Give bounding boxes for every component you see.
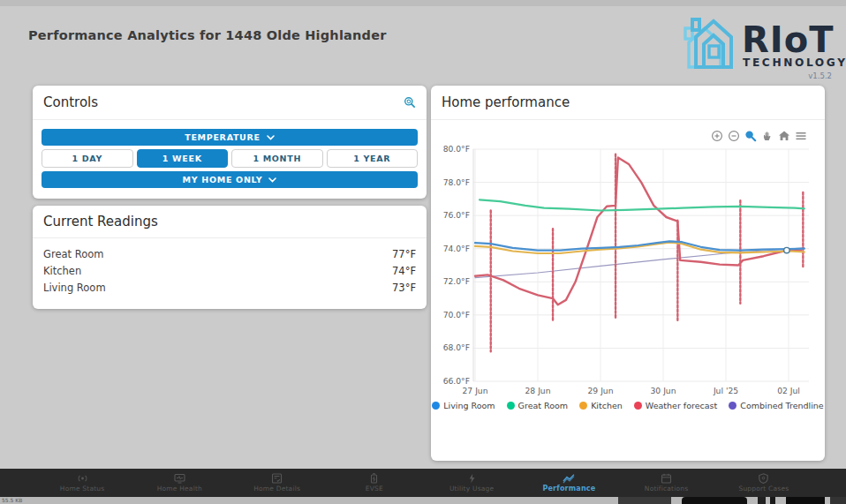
scope-dropdown-label: MY HOME ONLY [183,175,263,184]
nav-label: Home Health [157,485,202,493]
reading-label: Great Room [43,248,103,260]
legend-label: Combined Trendline [740,401,823,410]
svg-text:66.0°F: 66.0°F [443,376,470,386]
svg-text:02 Jul: 02 Jul [777,386,800,395]
nav-label: Home Status [60,485,105,493]
logo-brand-text: RIoT [742,19,834,60]
svg-text:76.0°F: 76.0°F [443,210,470,220]
temperature-dropdown[interactable]: TEMPERATURE [42,129,418,146]
controls-panel: Controls TEMPERATURE 1 DAY 1 WEEK 1 MONT… [33,86,427,199]
legend-dot-icon [432,402,440,410]
statusbar-text: 55.5 KB [2,497,22,503]
legend-dot-icon [507,402,515,410]
controls-title: Controls [43,94,98,110]
nav-label: Support Cases [738,485,789,493]
reading-row: Kitchen 74°F [43,262,416,279]
reading-label: Living Room [43,282,106,294]
legend-label: Great Room [518,401,569,410]
svg-text:29 Jun: 29 Jun [588,386,614,395]
svg-text:30 Jun: 30 Jun [651,386,676,395]
nav-item-performance[interactable]: Performance [520,469,617,497]
background-window-fragment [682,497,747,504]
nav-item-home-status[interactable]: Home Status [34,469,131,497]
svg-text:70.0°F: 70.0°F [443,310,470,320]
legend-label: Kitchen [591,401,623,410]
reading-value: 77°F [392,248,416,260]
performance-chart[interactable]: 66.0°F68.0°F70.0°F72.0°F74.0°F76.0°F78.0… [434,124,816,399]
svg-text:27 Jun: 27 Jun [463,386,488,395]
svg-text:28 Jun: 28 Jun [525,386,551,395]
svg-text:80.0°F: 80.0°F [443,144,470,154]
legend-item[interactable]: Great Room [507,401,569,410]
riot-logo: RIoT TECHNOLOGY v1.5.2 [664,7,841,83]
logo-version: v1.5.2 [808,71,832,80]
svg-text:74.0°F: 74.0°F [443,244,470,253]
home-performance-panel: Home performance 66.0°F68.0°F70.0°F72.0°… [431,86,825,461]
logo-sub-text: TECHNOLOGY [743,56,846,69]
monitor-pulse-icon [174,473,185,484]
svg-text:Jul '25: Jul '25 [713,386,738,395]
document-check-icon [271,473,283,484]
reading-value: 74°F [392,265,416,277]
reading-label: Kitchen [43,265,81,277]
calendar-icon [661,473,672,484]
nav-label: Utility Usage [449,485,494,493]
range-button-1-year[interactable]: 1 YEAR [327,149,419,168]
legend-item[interactable]: Kitchen [579,401,623,410]
svg-text:68.0°F: 68.0°F [443,342,470,352]
scope-dropdown[interactable]: MY HOME ONLY [42,171,418,188]
legend-item[interactable]: Weather forecast [634,401,717,410]
battery-charging-icon [368,473,380,484]
nav-label: Performance [542,485,595,493]
background-window-fragment [618,497,671,504]
legend-item[interactable]: Living Room [432,401,495,410]
legend-label: Weather forecast [646,401,717,410]
nav-item-evse[interactable]: EVSE [326,469,423,497]
background-window-fragment [770,497,775,504]
background-window-fragment [758,497,766,504]
bottom-navigation: Home Status Home Health Home Details EVS… [0,469,846,497]
zoom-reset-icon[interactable] [404,96,416,109]
shield-icon [758,473,769,484]
nav-label: Home Details [253,485,300,493]
performance-title: Home performance [442,94,570,110]
range-button-1-day[interactable]: 1 DAY [42,149,133,168]
nav-item-notifications[interactable]: Notifications [618,469,715,497]
range-button-1-month[interactable]: 1 MONTH [231,149,323,168]
reading-row: Living Room 73°F [43,279,416,296]
nav-label: Notifications [645,485,689,493]
lightning-icon [466,473,478,484]
readings-title: Current Readings [43,214,158,229]
chart-legend: Living RoomGreat RoomKitchenWeather fore… [431,401,825,410]
legend-dot-icon [579,402,587,410]
current-readings-panel: Current Readings Great Room 77°F Kitchen… [33,206,427,309]
nav-item-utility-usage[interactable]: Utility Usage [423,469,520,497]
signal-icon [77,473,88,484]
page-title: Performance Analytics for 1448 Olde High… [28,28,387,42]
svg-text:78.0°F: 78.0°F [443,177,470,187]
temperature-dropdown-label: TEMPERATURE [185,132,261,142]
legend-dot-icon [729,402,736,410]
reading-value: 73°F [392,282,416,294]
nav-item-support-cases[interactable]: Support Cases [715,469,812,497]
background-window-fragment [830,497,846,504]
top-strip [0,0,846,6]
legend-dot-icon [634,402,642,410]
background-window-fragment [786,497,825,504]
legend-label: Living Room [443,401,495,410]
chevron-down-icon [267,135,275,140]
nav-label: EVSE [366,485,383,493]
svg-text:72.0°F: 72.0°F [443,276,470,286]
range-button-1-week[interactable]: 1 WEEK [137,149,229,168]
nav-item-home-health[interactable]: Home Health [131,469,228,497]
house-logo-icon [680,9,740,72]
range-button-group: 1 DAY 1 WEEK 1 MONTH 1 YEAR [42,149,418,168]
nav-item-home-details[interactable]: Home Details [229,469,326,497]
reading-row: Great Room 77°F [43,245,416,262]
trend-lines-icon [563,473,575,484]
legend-item[interactable]: Combined Trendline [729,401,823,410]
chevron-down-icon [268,177,276,183]
